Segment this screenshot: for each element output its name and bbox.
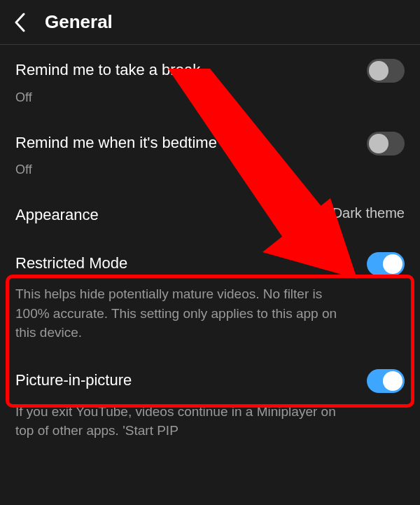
- setting-title: Remind me to take a break: [15, 60, 356, 81]
- settings-list: Remind me to take a break Off Remind me …: [0, 45, 420, 453]
- setting-main: Restricted Mode This helps hide potentia…: [15, 254, 405, 343]
- setting-title: Appearance: [15, 205, 356, 226]
- pip-toggle[interactable]: [367, 369, 405, 393]
- setting-main: Picture-in-picture If you exit YouTube, …: [15, 371, 405, 441]
- setting-title: Remind me when it's bedtime: [15, 133, 356, 153]
- chevron-left-icon: [14, 13, 27, 32]
- remind-bedtime-toggle[interactable]: [367, 132, 405, 155]
- back-icon[interactable]: [11, 13, 29, 32]
- setting-desc: This helps hide potentially mature video…: [15, 284, 356, 343]
- setting-title: Picture-in-picture: [15, 371, 356, 391]
- remind-break-toggle[interactable]: [367, 59, 405, 83]
- setting-value: Dark theme: [332, 205, 405, 221]
- setting-value: Off: [15, 162, 356, 177]
- header-bar: General: [0, 0, 420, 45]
- setting-main: Remind me to take a break Off: [15, 60, 405, 105]
- setting-remind-bedtime[interactable]: Remind me when it's bedtime Off: [0, 118, 420, 191]
- restricted-mode-toggle[interactable]: [367, 252, 405, 276]
- toggle-knob: [369, 134, 388, 153]
- setting-restricted-mode[interactable]: Restricted Mode This helps hide potentia…: [0, 238, 420, 355]
- page-title: General: [45, 11, 113, 33]
- setting-appearance[interactable]: Appearance Dark theme: [0, 190, 420, 238]
- setting-title: Restricted Mode: [15, 254, 356, 274]
- setting-desc: If you exit YouTube, videos continue in …: [15, 402, 356, 441]
- toggle-knob: [369, 61, 388, 81]
- setting-value: Off: [15, 90, 356, 105]
- toggle-knob: [383, 254, 402, 274]
- toggle-knob: [383, 371, 402, 391]
- setting-main: Remind me when it's bedtime Off: [15, 133, 405, 178]
- setting-remind-break[interactable]: Remind me to take a break Off: [0, 45, 420, 118]
- setting-picture-in-picture[interactable]: Picture-in-picture If you exit YouTube, …: [0, 355, 420, 453]
